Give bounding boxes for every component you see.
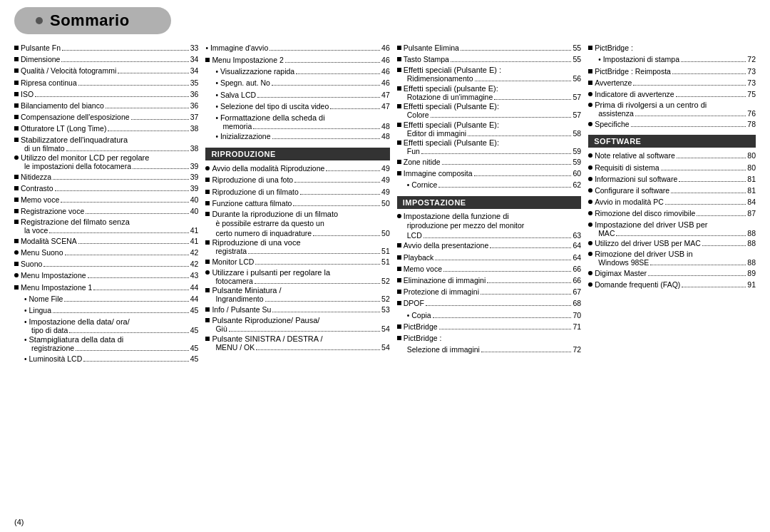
dot-leader [296,68,380,73]
list-item: PictBridge 71 [397,322,581,332]
dot-leader [682,282,746,287]
entry-label: Lingua [29,305,52,316]
entry-label: PictBridge : [404,333,442,344]
dot-leader [330,103,380,109]
entry-second-line: di un filmato 38 [14,144,198,153]
page-number: 53 [381,305,390,315]
list-item: •Formattazione della scheda di memoria 4… [205,113,389,131]
entry-label: Impostazione del driver USB per [595,220,707,229]
bullet-circle-icon [588,165,592,170]
bullet-dot-icon: • [598,55,601,65]
list-item: Utilizzare i pulsanti per regolare la fo… [205,268,389,285]
entry-label-cont: Rotazione di un'immagine [407,93,493,101]
page-number: 34 [190,54,199,65]
bullet-circle-icon [588,153,592,158]
bullet-circle-icon [588,103,592,107]
entry-label-cont: Editor di immagini [407,129,466,138]
entry-first-line: Pulsante Riproduzione/ Pausa/ [205,316,389,324]
bullet-circle-icon [588,177,592,181]
entry-label: Utilizzo del driver USB per MAC [595,238,701,249]
page-number: 63 [573,231,581,240]
dot-leader [256,344,380,349]
bullet-square-icon [588,69,592,73]
entry-second-line: Fun 59 [397,147,581,155]
bullet-square-icon [397,171,401,175]
dot-leader [697,210,746,216]
entry-first-line: Effetti speciali (Pulsante E): [397,138,581,147]
bullet-square-icon [397,255,401,260]
list-item: Utilizzo del driver USB per MAC 88 [588,238,756,249]
entry-label: Immagine composita [404,168,473,179]
dot-leader [43,261,188,267]
entry-label: Pulsante SINISTRA / DESTRA / [212,334,322,343]
dot-leader [438,182,571,188]
bullet-dot-icon: • [205,44,208,53]
entry-label: Monitor LCD [212,257,254,267]
entry-label: Qualità / Velocità fotogrammi [21,66,116,76]
content-columns: Pulsante Fn 33 Dimensione 34 Qualità / V… [14,43,756,365]
dot-leader [53,173,189,179]
title-bullet [36,17,43,24]
entry-label: Cornice [411,180,437,190]
entry-label: Specifiche [595,119,629,130]
list-item: Qualità / Velocità fotogrammi 34 [14,66,198,76]
entry-label-cont: Colore [407,111,429,119]
entry-label: Registrazione voce [21,206,84,217]
bullet-square-icon [14,138,19,142]
entry-label: Suono [21,259,42,270]
bullet-square-icon [397,301,401,305]
dot-leader [616,230,746,235]
dot-leader [272,80,380,86]
page-number: 55 [573,54,581,65]
list-item: Otturatore LT (Long Time) 38 [14,123,198,134]
dot-leader [671,188,746,193]
list-item: Immagine composita 60 [397,168,581,179]
list-item: Indicatore di avvertenze 75 [588,89,756,100]
dot-leader [61,56,188,62]
list-item: • Lingua 45 [14,305,198,316]
list-item: Zone nitide 59 [397,157,581,168]
entry-label: ISO [21,89,34,100]
entry-second-line: registrata 51 [205,247,389,255]
entry-label: Riproduzione di una voce [212,238,300,247]
dot-leader [300,188,380,194]
dot-leader [635,111,746,116]
list-item: Riproduzione di un filmato 49 [205,187,389,198]
dot-leader [648,270,746,275]
list-item: Compensazione dell'esposizione 37 [14,112,198,123]
page-number: 39 [190,162,199,170]
bullet-square-icon [14,239,19,243]
entry-second-line: Colore 57 [397,111,581,119]
bullet-square-icon [14,209,19,213]
entry-label: Selezione di immagini [407,344,480,355]
entry-label: Rimozione del disco rimovibile [595,208,695,219]
page-number: 38 [190,123,199,134]
bullet-dot-icon: • [215,91,218,101]
entry-label-cont: certo numero di inquadrature [215,229,312,237]
entry-label: Copia [411,310,431,321]
entry-label-cont: Ingrandimento [215,295,263,303]
page-number: 41 [190,236,199,247]
entry-label: Menu Impostazione [21,270,86,281]
entry-label: Memo voce [404,264,442,275]
list-item: Effetti speciali (pulsante E): Rotazione… [397,84,581,101]
entry-label: Pulsante Riproduzione/ Pausa/ [212,316,319,324]
entry-first-line: Utilizzare i pulsanti per regolare la [205,268,389,277]
entry-label: Impostazioni di stampa [603,54,679,65]
bullet-square-icon [397,86,401,91]
entry-second-line: Giù 54 [205,324,389,333]
bullet-square-icon [397,123,401,127]
entry-label: Utilizzare i pulsanti per regolare la [212,268,330,277]
bullet-dot-icon: • [24,318,27,326]
page-number: 89 [747,268,756,279]
dot-leader [676,91,746,97]
entry-line2: è possibile estrarre da questo un [205,218,389,229]
page-number: 64 [573,240,581,251]
page-number: 88 [747,258,756,267]
bullet-circle-icon [14,155,19,160]
dot-leader [293,200,380,205]
entry-label: Protezione di immagini [404,287,479,297]
dot-leader [64,295,188,301]
dot-leader [255,277,380,283]
bullet-square-icon [397,243,401,247]
